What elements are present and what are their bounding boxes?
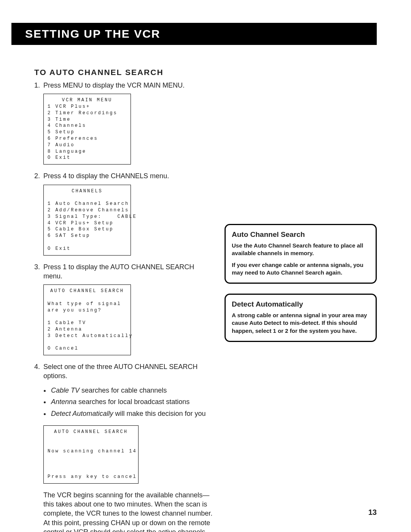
menu-line: 6 SAT Setup: [48, 233, 127, 239]
menu-line: 3 Signal Type: CABLE: [48, 214, 127, 220]
step-number: 4.: [34, 362, 43, 371]
step-text: Press 4 to display the CHANNELS menu.: [43, 172, 169, 180]
callout-title: Detect Automatically: [232, 300, 370, 308]
menu-line: O Exit: [48, 155, 127, 161]
step-text: Press 1 to display the AUTO CHANNEL SEAR…: [43, 263, 194, 280]
menu-line: 2 Timer Recordings: [48, 110, 127, 117]
callout-paragraph: Use the Auto Channel Search feature to p…: [232, 242, 370, 257]
menu-line: 3 Time: [48, 117, 127, 123]
option-desc: searches for cable channels: [80, 387, 167, 394]
menu-line: What type of signal: [48, 301, 127, 307]
menu-line: are you using?: [48, 307, 127, 314]
section-heading: TO AUTO CHANNEL SEARCH: [34, 68, 213, 77]
side-column: Auto Channel Search Use the Auto Channel…: [225, 68, 377, 532]
page-header: SETTING UP THE VCR: [11, 23, 377, 45]
menu-title: VCR MAIN MENU: [48, 97, 127, 104]
list-item: Detect Automatically will make this deci…: [50, 408, 213, 420]
step-3: 3.Press 1 to display the AUTO CHANNEL SE…: [34, 262, 213, 281]
menu-line: Press any key to cancel: [48, 474, 134, 480]
callout-title: Auto Channel Search: [232, 230, 370, 239]
menu-line: 1 Cable TV: [48, 320, 127, 326]
menu-line: 2 Add/Remove Channels: [48, 207, 127, 214]
list-item: Cable TV searches for cable channels: [50, 385, 213, 396]
menu-line: 4 Channels: [48, 123, 127, 129]
menu-title: CHANNELS: [48, 188, 127, 195]
step-4: 4.Select one of the three AUTO CHANNEL S…: [34, 362, 213, 381]
final-paragraph: The VCR begins scanning for the availabl…: [43, 490, 213, 532]
menu-scanning: AUTO CHANNEL SEARCHNow scanning channel …: [43, 425, 139, 483]
menu-vcr-main: VCR MAIN MENU1 VCR Plus+2 Timer Recordin…: [43, 94, 131, 165]
option-desc: searches for local broadcast stations: [76, 398, 190, 406]
menu-line: 7 Audio: [48, 142, 127, 149]
option-desc: will make this decision for you: [113, 410, 206, 417]
step-number: 3.: [34, 262, 43, 272]
menu-title: AUTO CHANNEL SEARCH: [48, 429, 134, 435]
step-text: Select one of the three AUTO CHANNEL SEA…: [43, 363, 198, 380]
menu-line: 1 Auto Channel Search: [48, 201, 127, 207]
callout-detect-automatically: Detect Automatically A strong cable or a…: [225, 294, 377, 342]
menu-line: 2 Antenna: [48, 326, 127, 333]
step-1: 1.Press MENU to display the VCR MAIN MEN…: [34, 81, 213, 90]
menu-line: 1 VCR Plus+: [48, 104, 127, 110]
menu-line: 5 Cable Box Setup: [48, 226, 127, 233]
menu-title: AUTO CHANNEL SEARCH: [48, 288, 127, 294]
step-number: 1.: [34, 81, 43, 90]
content-area: TO AUTO CHANNEL SEARCH 1.Press MENU to d…: [0, 45, 411, 532]
page-number: 13: [368, 508, 377, 517]
menu-auto-channel-search: AUTO CHANNEL SEARCHWhat type of signalar…: [43, 284, 131, 355]
callout-paragraph: A strong cable or antenna signal in your…: [232, 312, 370, 335]
step-number: 2.: [34, 171, 43, 181]
menu-line: O Exit: [48, 246, 127, 252]
menu-line: 3 Detect Automatically: [48, 333, 127, 339]
callout-paragraph: If you ever change cable or antenna sign…: [232, 261, 370, 277]
step-2: 2.Press 4 to display the CHANNELS menu.: [34, 171, 213, 181]
option-name: Detect Automatically: [51, 410, 113, 417]
option-name: Cable TV: [51, 387, 80, 394]
menu-line: 6 Preferences: [48, 136, 127, 142]
callout-auto-channel-search: Auto Channel Search Use the Auto Channel…: [225, 224, 377, 284]
menu-line: O Cancel: [48, 345, 127, 352]
callout-body: A strong cable or antenna signal in your…: [232, 312, 370, 335]
list-item: Antenna searches for local broadcast sta…: [50, 396, 213, 408]
options-list: Cable TV searches for cable channels Ant…: [43, 385, 213, 420]
menu-line: 5 Setup: [48, 129, 127, 136]
menu-line: 8 Language: [48, 149, 127, 155]
option-name: Antenna: [51, 398, 76, 406]
menu-line: Now scanning channel 14: [48, 448, 134, 455]
step-text: Press MENU to display the VCR MAIN MENU.: [43, 81, 185, 89]
main-column: TO AUTO CHANNEL SEARCH 1.Press MENU to d…: [34, 68, 213, 532]
menu-channels: CHANNELS1 Auto Channel Search2 Add/Remov…: [43, 185, 131, 256]
callout-body: Use the Auto Channel Search feature to p…: [232, 242, 370, 276]
menu-line: 4 VCR Plus+ Setup: [48, 220, 127, 227]
